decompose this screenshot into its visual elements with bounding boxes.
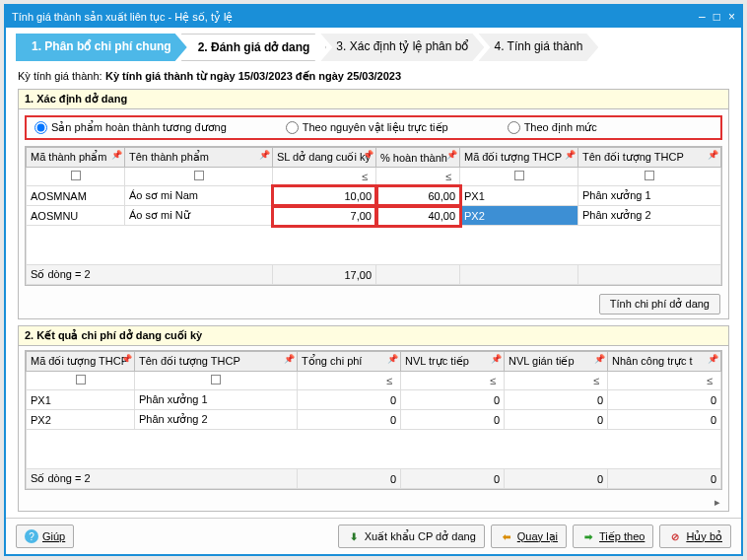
radio-material[interactable]: Theo nguyên vật liệu trực tiếp	[286, 121, 448, 134]
grid-2: Mã đối tượng THCP📌 Tên đối tượng THCP📌 T…	[26, 351, 721, 489]
wip-method-radios: Sản phẩm hoàn thành tương đương Theo ngu…	[25, 115, 722, 140]
group-2: 2. Kết quả chi phí dở dang cuối kỳ Mã đố…	[18, 325, 729, 512]
col-product-name[interactable]: Tên thành phẩm📌	[125, 148, 273, 168]
table-row[interactable]: AOSMNU Áo sơ mi Nữ 7,00 40,00 PX2 Phân x…	[27, 206, 721, 226]
cell-objcode[interactable]: PX1	[460, 186, 578, 206]
maximize-button[interactable]: □	[713, 10, 720, 24]
cell-total[interactable]: 0	[298, 390, 401, 410]
cell-objcode-selected[interactable]: PX2	[460, 206, 578, 226]
col-product-code[interactable]: Mã thành phẩm📌	[27, 148, 125, 168]
cell-objcode[interactable]: PX1	[27, 390, 135, 410]
col-objname[interactable]: Tên đối tượng THCP📌	[135, 352, 298, 372]
pin-icon[interactable]: 📌	[284, 354, 295, 364]
col-objcode[interactable]: Mã đối tượng THCP📌	[27, 352, 135, 372]
pin-icon[interactable]: 📌	[594, 354, 605, 364]
col-pct[interactable]: % hoàn thành📌	[376, 148, 460, 168]
close-button[interactable]: ×	[728, 10, 735, 24]
bottom-bar: ?Giúp ⬇Xuất khẩu CP dở dang ⬅Quay lại ➡T…	[6, 518, 741, 554]
cell-objname[interactable]: Phân xưởng 2	[578, 206, 721, 226]
cell-pct[interactable]: 60,00	[376, 186, 460, 206]
cell-qty[interactable]: 10,00	[273, 186, 376, 206]
period-label: Kỳ tính giá thành:	[18, 70, 102, 82]
grid-1-filter: ≤ ≤	[27, 168, 721, 186]
table-row[interactable]: AOSMNAM Áo sơ mi Nam 10,00 60,00 PX1 Phâ…	[27, 186, 721, 206]
filter-lte[interactable]: ≤	[401, 372, 505, 390]
col-qty[interactable]: SL dở dang cuối kỳ📌	[273, 148, 376, 168]
radio-material-input[interactable]	[286, 121, 299, 134]
filter-lte[interactable]: ≤	[376, 168, 460, 186]
cell-objcode[interactable]: PX2	[27, 410, 135, 430]
cell-nvl-d[interactable]: 0	[401, 390, 505, 410]
cell-qty[interactable]: 7,00	[273, 206, 376, 226]
pin-icon[interactable]: 📌	[259, 150, 270, 160]
cell-code[interactable]: AOSMNU	[27, 206, 125, 226]
filter-box-icon[interactable]	[194, 171, 204, 180]
export-button[interactable]: ⬇Xuất khẩu CP dở dang	[338, 525, 485, 548]
step-4[interactable]: 4. Tính giá thành	[478, 34, 598, 61]
back-button[interactable]: ⬅Quay lại	[491, 525, 567, 548]
grid-2-wrap: Mã đối tượng THCP📌 Tên đối tượng THCP📌 T…	[25, 350, 722, 490]
titlebar: Tính giá thành sản xuất liên tục - Hệ số…	[6, 6, 741, 28]
col-nvl-direct[interactable]: NVL trực tiếp📌	[401, 352, 505, 372]
cell-nvl-i[interactable]: 0	[505, 410, 608, 430]
pin-icon[interactable]: 📌	[708, 150, 718, 160]
pin-icon[interactable]: 📌	[111, 150, 122, 160]
arrow-left-icon: ⬅	[500, 529, 513, 543]
pin-icon[interactable]: 📌	[491, 354, 502, 364]
filter-box-icon[interactable]	[211, 375, 221, 385]
filter-lte[interactable]: ≤	[298, 372, 401, 390]
filter-box-icon[interactable]	[76, 375, 86, 385]
cell-total[interactable]: 0	[298, 410, 401, 430]
group-1: 1. Xác định dở dang Sản phẩm hoàn thành …	[18, 89, 729, 319]
window-title: Tính giá thành sản xuất liên tục - Hệ số…	[12, 11, 233, 24]
pin-icon[interactable]: 📌	[363, 150, 374, 160]
cell-labor[interactable]: 0	[608, 390, 721, 410]
radio-equivalent-input[interactable]	[34, 121, 47, 134]
minimize-button[interactable]: –	[699, 10, 706, 24]
pin-icon[interactable]: 📌	[708, 354, 718, 364]
cell-pct[interactable]: 40,00	[376, 206, 460, 226]
table-row[interactable]: PX2 Phân xưởng 2 0 0 0 0	[27, 410, 721, 430]
sum: 0	[505, 469, 608, 489]
radio-quota[interactable]: Theo định mức	[508, 121, 597, 134]
filter-box-icon[interactable]	[514, 171, 524, 180]
col-object-code[interactable]: Mã đối tượng THCP📌	[460, 148, 578, 168]
col-total[interactable]: Tổng chi phí📌	[298, 352, 401, 372]
cell-nvl-d[interactable]: 0	[401, 410, 505, 430]
cell-objname[interactable]: Phân xưởng 1	[135, 390, 298, 410]
action-buttons: ⬇Xuất khẩu CP dở dang ⬅Quay lại ➡Tiếp th…	[338, 525, 731, 548]
cell-name[interactable]: Áo sơ mi Nam	[125, 186, 273, 206]
filter-lte[interactable]: ≤	[273, 168, 376, 186]
step-breadcrumb: 1. Phân bổ chi phí chung 2. Đánh giá dở …	[6, 28, 741, 61]
col-nvl-indirect[interactable]: NVL gián tiếp📌	[505, 352, 608, 372]
pin-icon[interactable]: 📌	[565, 150, 576, 160]
cancel-button[interactable]: ⊘Hủy bỏ	[659, 525, 731, 548]
cell-code[interactable]: AOSMNAM	[27, 186, 125, 206]
pin-icon[interactable]: 📌	[387, 354, 398, 364]
scroll-indicator[interactable]: ▸	[19, 494, 728, 511]
filter-lte[interactable]: ≤	[505, 372, 608, 390]
filter-box-icon[interactable]	[645, 171, 654, 180]
next-button[interactable]: ➡Tiếp theo	[573, 525, 653, 548]
col-labor[interactable]: Nhân công trực t📌	[608, 352, 721, 372]
step-3[interactable]: 3. Xác định tỷ lệ phân bổ	[320, 34, 484, 61]
cell-objname[interactable]: Phân xưởng 2	[135, 410, 298, 430]
cell-name[interactable]: Áo sơ mi Nữ	[125, 206, 273, 226]
filter-box-icon[interactable]	[71, 171, 81, 180]
cell-nvl-i[interactable]: 0	[505, 390, 608, 410]
step-2[interactable]: 2. Đánh giá dở dang	[181, 34, 327, 61]
pin-icon[interactable]: 📌	[446, 150, 457, 160]
calc-wip-button[interactable]: Tính chi phí dở dang	[599, 294, 720, 315]
col-object-name[interactable]: Tên đối tượng THCP📌	[578, 148, 721, 168]
arrow-right-icon: ➡	[581, 529, 595, 543]
pin-icon[interactable]: 📌	[121, 354, 132, 364]
row-count: Số dòng = 2	[27, 469, 298, 489]
table-row[interactable]: PX1 Phân xưởng 1 0 0 0 0	[27, 390, 721, 410]
radio-quota-input[interactable]	[508, 121, 520, 134]
cell-objname[interactable]: Phân xưởng 1	[578, 186, 721, 206]
help-button[interactable]: ?Giúp	[16, 525, 74, 548]
filter-lte[interactable]: ≤	[608, 372, 721, 390]
cell-labor[interactable]: 0	[608, 410, 721, 430]
radio-equivalent[interactable]: Sản phẩm hoàn thành tương đương	[34, 121, 227, 134]
step-1[interactable]: 1. Phân bổ chi phí chung	[16, 34, 187, 61]
